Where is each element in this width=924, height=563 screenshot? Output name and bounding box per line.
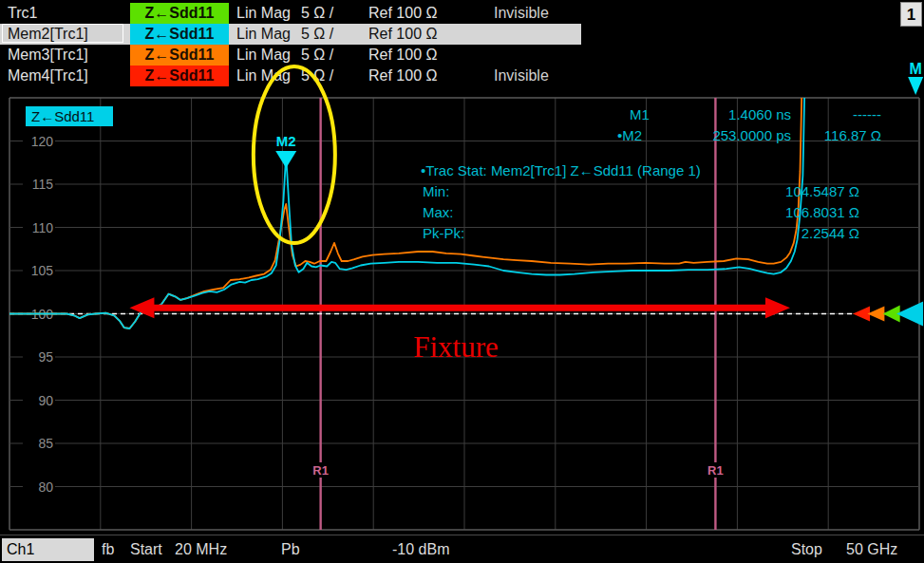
highlight-ellipse-annotation	[254, 66, 335, 243]
stat-min-label: Min:	[423, 182, 449, 201]
y-tick-label: 105	[31, 263, 54, 278]
window-number-badge[interactable]: 1	[900, 2, 922, 27]
marker-m2-label: M2	[276, 133, 296, 149]
marker-m-offscreen-label: M	[910, 61, 922, 77]
marker1-label: M1	[630, 105, 650, 124]
trace-ref-indicator-icon	[853, 307, 870, 322]
fixture-annotation-label: Fixture	[378, 330, 534, 365]
marker2-value: 116.87 Ω	[794, 126, 881, 145]
y-tick-label: 110	[32, 220, 54, 235]
marker-m2-icon[interactable]	[275, 151, 296, 168]
marker1-stimulus: 1.4060 ns	[655, 105, 791, 124]
fixture-arrow-left-head	[129, 297, 154, 318]
trace-mem3trc1	[9, 89, 801, 328]
stat-pkpk-label: Pk-Pk:	[423, 224, 464, 243]
y-tick-label: 120	[31, 134, 54, 149]
trace-ref-indicator-icon	[867, 307, 884, 322]
vna-screen: Trc1 Z←Sdd11 Lin Mag 5 Ω / Ref 100 Ω Inv…	[0, 0, 924, 563]
fixture-arrow-right-head	[765, 297, 790, 318]
y-tick-label: 85	[38, 436, 53, 451]
y-tick-label: 90	[38, 393, 53, 408]
trace-ref-indicator-icon	[896, 302, 923, 327]
tab-zsdd11[interactable]: Z←Sdd11	[26, 106, 113, 126]
marker-m-offscreen-icon[interactable]	[908, 77, 923, 95]
range-gate-label: R1	[707, 463, 724, 478]
trace-stat-title: •Trac Stat: Mem2[Trc1] Z←Sdd11 (Range 1)	[421, 161, 701, 180]
range-gate-label: R1	[312, 463, 329, 478]
marker2-label: •M2	[617, 126, 642, 145]
marker2-stimulus: 253.0000 ps	[655, 126, 791, 145]
y-tick-label: 115	[32, 177, 54, 192]
stat-pkpk-value: 2.2544 Ω	[710, 224, 859, 243]
y-tick-label: 80	[38, 479, 53, 495]
stat-min-value: 104.5487 Ω	[710, 182, 859, 201]
marker1-value: ------	[794, 105, 881, 124]
stat-max-value: 106.8031 Ω	[710, 203, 859, 222]
stat-max-label: Max:	[423, 203, 454, 222]
chart-canvas: 80859095100105110115120R1R1M2M	[0, 0, 924, 563]
trace-mem2trc1	[9, 89, 804, 328]
y-tick-label: 95	[38, 349, 53, 365]
